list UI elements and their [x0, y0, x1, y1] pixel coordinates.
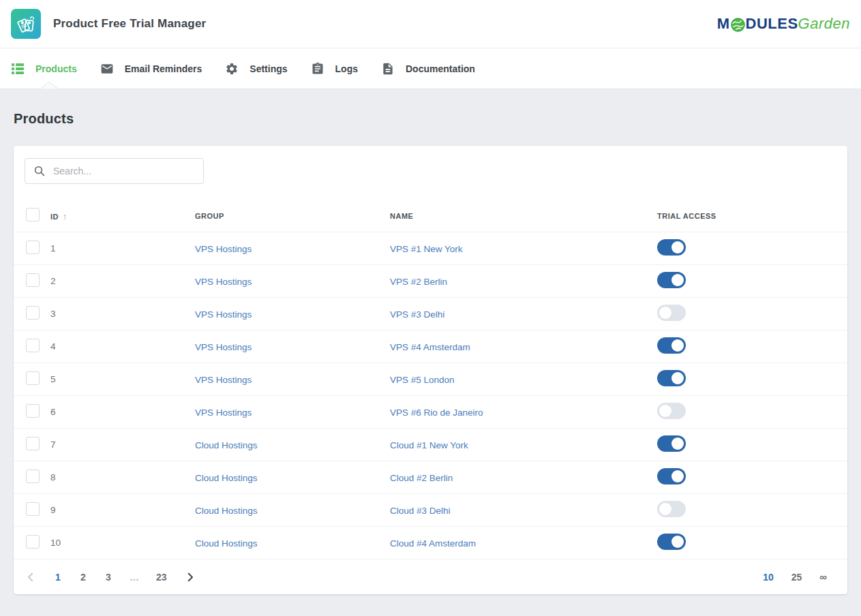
name-link[interactable]: Cloud #4 Amsterdam: [390, 538, 476, 549]
row-checkbox[interactable]: [26, 404, 40, 418]
row-checkbox[interactable]: [26, 437, 40, 450]
select-all-checkbox[interactable]: [26, 208, 40, 221]
group-link[interactable]: VPS Hostings: [195, 375, 252, 385]
row-checkbox[interactable]: [26, 241, 40, 254]
modulesgarden-logo: M DULES Garden: [717, 16, 850, 31]
row-checkbox[interactable]: [26, 306, 40, 320]
table-body: 1 VPS Hostings VPS #1 New York 2 VPS Hos…: [14, 232, 847, 559]
group-link[interactable]: VPS Hostings: [195, 407, 252, 418]
row-checkbox[interactable]: [26, 535, 40, 549]
table-row: 9 Cloud Hostings Cloud #3 Delhi: [14, 493, 847, 526]
price-tags-icon: [14, 12, 37, 35]
page-size-selector: 1025∞: [763, 571, 827, 583]
envelope-icon: [100, 62, 114, 76]
name-link[interactable]: VPS #5 London: [390, 375, 455, 385]
search-input[interactable]: [53, 166, 196, 176]
tab-documentation[interactable]: Documentation: [381, 62, 475, 76]
trial-access-toggle[interactable]: [657, 370, 686, 386]
name-link[interactable]: VPS #2 Berlin: [390, 277, 447, 287]
group-link[interactable]: Cloud Hostings: [195, 506, 258, 516]
globe-icon: [731, 18, 745, 32]
column-header-name[interactable]: NAME: [390, 212, 657, 220]
search-icon: [33, 165, 46, 177]
products-card: ID↑ GROUP NAME TRIAL ACCESS 1 VPS Hostin…: [14, 146, 847, 594]
group-link[interactable]: VPS Hostings: [195, 277, 252, 287]
table-row: 1 VPS Hostings VPS #1 New York: [14, 232, 847, 264]
product-id: 9: [50, 505, 195, 515]
column-header-group[interactable]: GROUP: [195, 212, 390, 220]
trial-access-toggle[interactable]: [657, 468, 686, 484]
nav-bar: Products Email Reminders Settings Logs D…: [0, 48, 861, 89]
toggle-knob: [671, 241, 684, 253]
page-size-25[interactable]: 25: [791, 572, 802, 583]
product-id: 10: [50, 538, 195, 548]
logo-text-m: M: [717, 16, 730, 31]
content-area: Products ID↑ GROUP NAME TRIAL ACCESS: [0, 89, 861, 608]
product-id: 3: [50, 309, 195, 319]
row-checkbox[interactable]: [26, 273, 40, 287]
trial-access-toggle[interactable]: [657, 337, 686, 354]
page-number-1[interactable]: 1: [54, 572, 62, 583]
page-number-3[interactable]: 3: [104, 572, 112, 583]
product-id: 4: [50, 341, 195, 352]
product-id: 7: [50, 440, 195, 450]
pagination-pages: 123…23: [25, 571, 196, 583]
name-link[interactable]: VPS #1 New York: [390, 244, 463, 254]
tab-email-reminders-label: Email Reminders: [125, 63, 202, 74]
toggle-knob: [659, 503, 671, 515]
page-size-10[interactable]: 10: [763, 572, 774, 583]
tab-products[interactable]: Products: [11, 62, 77, 76]
row-checkbox[interactable]: [26, 502, 40, 516]
name-link[interactable]: Cloud #1 New York: [390, 440, 468, 450]
group-link[interactable]: Cloud Hostings: [195, 473, 258, 483]
name-link[interactable]: VPS #3 Delhi: [390, 309, 444, 320]
table-row: 7 Cloud Hostings Cloud #1 New York: [14, 428, 847, 461]
name-link[interactable]: Cloud #3 Delhi: [390, 506, 451, 516]
product-id: 2: [50, 276, 195, 286]
table-header: ID↑ GROUP NAME TRIAL ACCESS: [14, 200, 847, 232]
column-header-id[interactable]: ID↑: [50, 211, 195, 221]
page-size-all[interactable]: ∞: [819, 571, 827, 583]
row-checkbox[interactable]: [26, 371, 40, 385]
group-link[interactable]: VPS Hostings: [195, 342, 252, 352]
name-link[interactable]: VPS #6 Rio de Janeiro: [390, 407, 483, 418]
name-link[interactable]: Cloud #2 Berlin: [390, 473, 453, 483]
row-checkbox[interactable]: [26, 339, 40, 352]
trial-access-toggle[interactable]: [657, 534, 686, 550]
clipboard-icon: [311, 62, 324, 76]
name-link[interactable]: VPS #4 Amsterdam: [390, 342, 470, 352]
trial-access-toggle[interactable]: [657, 272, 686, 288]
trial-access-toggle[interactable]: [657, 239, 686, 256]
prev-page-button[interactable]: [25, 571, 37, 583]
trial-access-toggle[interactable]: [657, 501, 686, 517]
group-link[interactable]: VPS Hostings: [195, 244, 252, 254]
product-id: 6: [50, 407, 195, 417]
toggle-knob: [671, 536, 684, 548]
group-link[interactable]: Cloud Hostings: [195, 440, 258, 450]
row-checkbox[interactable]: [26, 469, 40, 483]
table-row: 10 Cloud Hostings Cloud #4 Amsterdam: [14, 526, 847, 559]
toggle-knob: [671, 437, 684, 450]
tab-logs[interactable]: Logs: [311, 62, 358, 76]
tab-settings[interactable]: Settings: [225, 62, 287, 76]
trial-access-toggle[interactable]: [657, 403, 686, 419]
page-number-23[interactable]: 23: [156, 572, 167, 583]
toggle-knob: [659, 307, 671, 319]
product-id: 5: [50, 374, 195, 384]
trial-access-toggle[interactable]: [657, 305, 686, 321]
group-link[interactable]: Cloud Hostings: [195, 538, 258, 549]
document-icon: [381, 62, 395, 76]
column-header-trial-access[interactable]: TRIAL ACCESS: [657, 212, 847, 220]
search-box: [25, 158, 204, 184]
next-page-button[interactable]: [184, 571, 196, 583]
tab-email-reminders[interactable]: Email Reminders: [100, 62, 202, 76]
page-number-2[interactable]: 2: [79, 572, 87, 583]
table-row: 5 VPS Hostings VPS #5 London: [14, 363, 847, 395]
product-id: 1: [50, 243, 195, 253]
page-title: Products: [14, 111, 847, 127]
product-id: 8: [50, 472, 195, 482]
active-tab-caret: [40, 82, 59, 89]
trial-access-toggle[interactable]: [657, 435, 686, 452]
chevron-right-icon: [184, 571, 196, 583]
group-link[interactable]: VPS Hostings: [195, 309, 252, 320]
